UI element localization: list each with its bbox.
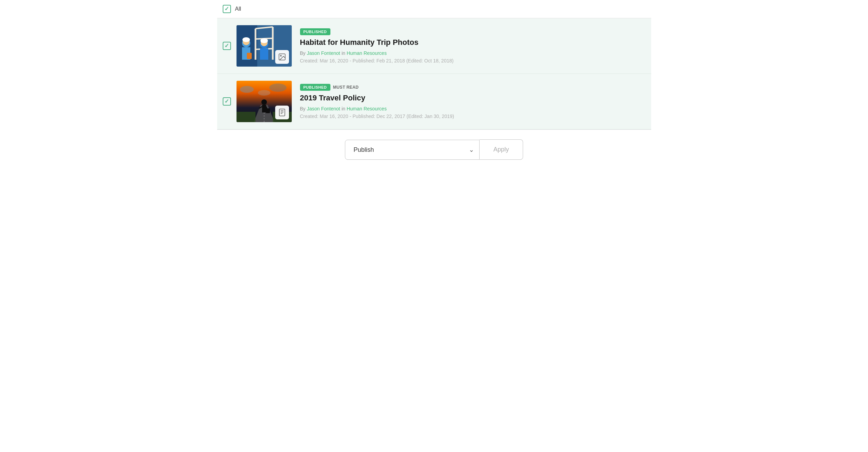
- all-label: All: [235, 6, 241, 12]
- svg-point-20: [269, 83, 287, 92]
- item-2-author[interactable]: Jason Fontenot: [307, 106, 340, 111]
- svg-point-14: [260, 38, 268, 43]
- footer-bar: Publish Unpublish Delete Archive ⌄ Apply: [217, 129, 651, 169]
- item-2-category[interactable]: Human Resources: [347, 106, 387, 111]
- item-2-dates: Created: Mar 16, 2020 - Published: Dec 2…: [300, 114, 646, 119]
- svg-line-31: [266, 107, 267, 109]
- by-text: By: [300, 50, 306, 56]
- item-1-title: Habitat for Humanity Trip Photos: [300, 38, 646, 47]
- by-text: By: [300, 106, 306, 111]
- item-1-badges: PUBLISHED: [300, 28, 646, 35]
- svg-point-21: [258, 90, 270, 96]
- svg-point-10: [242, 37, 250, 42]
- item-2-checkbox[interactable]: ✓: [223, 97, 231, 106]
- published-badge: PUBLISHED: [300, 84, 330, 91]
- svg-rect-15: [247, 53, 252, 59]
- svg-rect-27: [262, 105, 266, 112]
- item-1-meta: By Jason Fontenot in Human Resources: [300, 50, 646, 56]
- svg-point-19: [240, 86, 254, 93]
- in-text: in: [341, 50, 347, 56]
- svg-rect-12: [260, 48, 268, 60]
- in-text: in: [341, 106, 347, 111]
- published-badge: PUBLISHED: [300, 28, 330, 35]
- svg-point-26: [261, 99, 267, 105]
- must-read-badge: MUST READ: [333, 85, 359, 90]
- svg-rect-24: [237, 112, 255, 122]
- image-icon: [275, 50, 289, 64]
- item-1-author[interactable]: Jason Fontenot: [307, 50, 340, 56]
- item-2-title: 2019 Travel Policy: [300, 94, 646, 102]
- svg-point-17: [280, 55, 281, 56]
- item-1-dates: Created: Mar 16, 2020 - Published: Feb 2…: [300, 58, 646, 63]
- item-1-checkbox[interactable]: ✓: [223, 42, 231, 50]
- document-icon: [275, 106, 289, 119]
- apply-button[interactable]: Apply: [480, 139, 523, 160]
- svg-rect-32: [279, 109, 285, 116]
- list-item: ✓: [217, 74, 651, 129]
- item-1-category[interactable]: Human Resources: [347, 50, 387, 56]
- action-select[interactable]: Publish Unpublish Delete Archive: [345, 140, 480, 160]
- item-1-thumbnail: [237, 25, 292, 67]
- item-1-details: PUBLISHED Habitat for Humanity Trip Phot…: [300, 28, 646, 63]
- header-row: ✓ All: [217, 0, 651, 18]
- item-2-thumbnail: [237, 81, 292, 122]
- item-2-details: PUBLISHED MUST READ 2019 Travel Policy B…: [300, 84, 646, 119]
- action-select-wrapper: Publish Unpublish Delete Archive ⌄: [345, 140, 480, 160]
- item-2-badges: PUBLISHED MUST READ: [300, 84, 646, 91]
- item-2-meta: By Jason Fontenot in Human Resources: [300, 106, 646, 111]
- select-all-checkbox[interactable]: ✓: [223, 5, 231, 13]
- list-item: ✓: [217, 18, 651, 74]
- content-list: ✓: [217, 18, 651, 129]
